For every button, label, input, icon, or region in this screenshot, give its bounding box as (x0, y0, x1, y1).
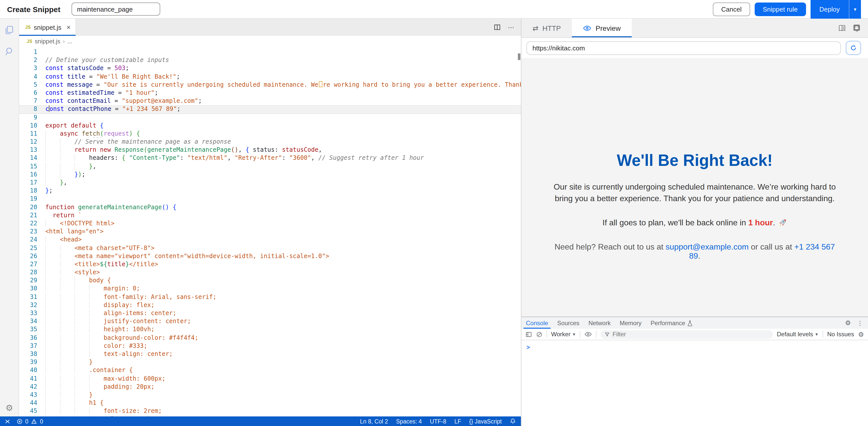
code-line[interactable]: 44 h1 { (19, 399, 521, 407)
unusual-character-box (319, 81, 322, 87)
code-line[interactable]: 41 max-width: 600px; (19, 375, 521, 383)
code-editor[interactable]: ··· 12// Define your customizable inputs… (19, 47, 521, 417)
code-line[interactable]: 33 align-items: center; (19, 310, 521, 318)
code-line[interactable]: 14 headers: { "Content-Type": "text/html… (19, 154, 521, 163)
preview-url-input[interactable] (526, 41, 841, 55)
indentation[interactable]: Spaces: 4 (396, 418, 422, 424)
code-line[interactable]: 40 .container { (19, 367, 521, 375)
close-tab-icon[interactable]: × (66, 23, 70, 31)
cancel-button[interactable]: Cancel (713, 2, 750, 16)
code-line[interactable]: 4const title = "We'll Be Right Back!"; (19, 73, 521, 81)
app-window: Create Snippet Cancel Snippet rule Deplo… (0, 0, 868, 426)
console-output[interactable]: > (521, 340, 868, 426)
warning-count: 0 (40, 418, 43, 424)
code-line[interactable]: 21 return ` (19, 212, 521, 220)
code-line[interactable]: 10export default { (19, 122, 521, 130)
eol-sequence[interactable]: LF (455, 418, 461, 424)
problems-indicator[interactable]: 0 0 (17, 418, 43, 424)
code-line[interactable]: 29 body { (19, 277, 521, 285)
code-line[interactable]: 42 padding: 20px; (19, 383, 521, 391)
code-line[interactable]: 34 justify-content: center; (19, 318, 521, 326)
code-line[interactable]: 7const contactEmail = "support@example.c… (19, 97, 521, 105)
page-title: Create Snippet (7, 5, 60, 13)
code-line[interactable]: 35 height: 100vh; (19, 326, 521, 334)
code-line[interactable]: 45 font-size: 2rem; (19, 407, 521, 416)
console-filter[interactable] (601, 330, 773, 339)
code-line[interactable]: 18}; (19, 187, 521, 195)
line-number: 1 (19, 48, 37, 56)
preview-pane: ⇄ HTTP Preview (521, 19, 868, 426)
code-line[interactable]: 39 } (19, 359, 521, 367)
code-line[interactable]: 30 margin: 0; (19, 285, 521, 293)
code-line[interactable]: 8const contactPhone = "+1 234 567 89"; (19, 106, 521, 114)
encoding[interactable]: UTF-8 (430, 418, 446, 424)
code-line[interactable]: 32 display: flex; (19, 302, 521, 310)
code-line[interactable]: 17 }, (19, 179, 521, 187)
code-line[interactable]: 31 font-family: Arial, sans-serif; (19, 293, 521, 301)
settings-gear-icon[interactable]: ⚙ (5, 403, 13, 414)
discord-icon[interactable] (852, 24, 861, 32)
tab-network[interactable]: Network (584, 317, 615, 329)
code-line[interactable]: 9 (19, 114, 521, 122)
search-icon[interactable] (4, 47, 14, 56)
tab-sources[interactable]: Sources (553, 317, 584, 329)
snippet-rule-button[interactable]: Snippet rule (755, 2, 806, 16)
line-number: 16 (19, 171, 37, 179)
files-icon[interactable] (4, 25, 14, 35)
tab-console[interactable]: Console (521, 317, 553, 329)
code-line[interactable]: 15 }, (19, 163, 521, 171)
code-line[interactable]: 37 color: #333; (19, 342, 521, 350)
remote-indicator[interactable] (4, 418, 10, 424)
code-line[interactable]: 38 text-align: center; (19, 350, 521, 359)
code-line[interactable]: 25 <meta charset="UTF-8"> (19, 244, 521, 252)
console-settings-icon[interactable]: ⚙ (858, 331, 864, 338)
notifications-bell-icon[interactable] (510, 418, 516, 425)
split-editor-icon[interactable] (494, 24, 501, 31)
language-mode[interactable]: {} JavaScript (469, 418, 502, 424)
tab-memory[interactable]: Memory (615, 317, 646, 329)
docs-book-icon[interactable] (838, 24, 846, 32)
code-line[interactable]: 24 <head> (19, 236, 521, 244)
code-line[interactable]: 27 <title>${title}</title> (19, 261, 521, 269)
tab-performance[interactable]: Performance (646, 317, 697, 329)
tab-preview[interactable]: Preview (572, 19, 632, 37)
line-number: 17 (19, 179, 37, 187)
support-email-link[interactable]: support@example.com (666, 243, 749, 251)
code-line[interactable]: 43 } (19, 391, 521, 399)
devtools-menu-icon[interactable]: ⋮ (857, 319, 863, 326)
tab-snippet-js[interactable]: JS snippet.js × (19, 19, 76, 36)
console-filter-input[interactable] (613, 331, 769, 338)
code-line[interactable]: 5const message = "Our site is currently … (19, 81, 521, 89)
snippet-name-input[interactable] (71, 2, 160, 16)
code-line[interactable]: 1 (19, 48, 521, 56)
cursor-position[interactable]: Ln 8, Col 2 (360, 418, 388, 424)
breadcrumb[interactable]: JS snippet.js › ... (19, 36, 521, 47)
devtools-settings-icon[interactable]: ⚙ (845, 319, 851, 327)
editor-more-actions-icon[interactable]: ⋯ (508, 24, 515, 31)
refresh-button[interactable] (846, 41, 861, 55)
code-line[interactable]: 22 <!DOCTYPE html> (19, 220, 521, 228)
issues-counter[interactable]: No Issues (827, 331, 854, 338)
eta-highlight: 1 hour (748, 218, 773, 227)
console-context-select[interactable]: Worker▼ (551, 331, 576, 338)
code-line[interactable]: 2// Define your customizable inputs (19, 56, 521, 64)
code-line[interactable]: 19 (19, 195, 521, 203)
line-number: 31 (19, 293, 37, 301)
code-line[interactable]: 13 return new Response(generateMaintenan… (19, 146, 521, 154)
code-line[interactable]: 16 }); (19, 171, 521, 179)
code-line[interactable]: 23<html lang="en"> (19, 228, 521, 236)
code-line[interactable]: 36 background-color: #f4f4f4; (19, 334, 521, 342)
clear-console-icon[interactable] (536, 331, 542, 338)
code-line[interactable]: 3const statusCode = 503; (19, 65, 521, 73)
log-levels-select[interactable]: Default levels▼ (777, 331, 818, 338)
tab-http[interactable]: ⇄ HTTP (521, 19, 572, 37)
code-line[interactable]: 20function generateMaintenancePage() { (19, 203, 521, 211)
code-line[interactable]: 28 <style> (19, 269, 521, 277)
code-line[interactable]: 46 color: #0056b3; (19, 416, 521, 417)
live-expression-eye-icon[interactable] (585, 331, 592, 337)
code-line[interactable]: 6const estimatedTime = "1 hour"; (19, 89, 521, 97)
line-number: 6 (19, 89, 37, 97)
code-line[interactable]: 26 <meta name="viewport" content="width=… (19, 252, 521, 260)
console-sidebar-icon[interactable] (525, 331, 532, 338)
editor-scrollbar-thumb[interactable] (518, 53, 520, 60)
